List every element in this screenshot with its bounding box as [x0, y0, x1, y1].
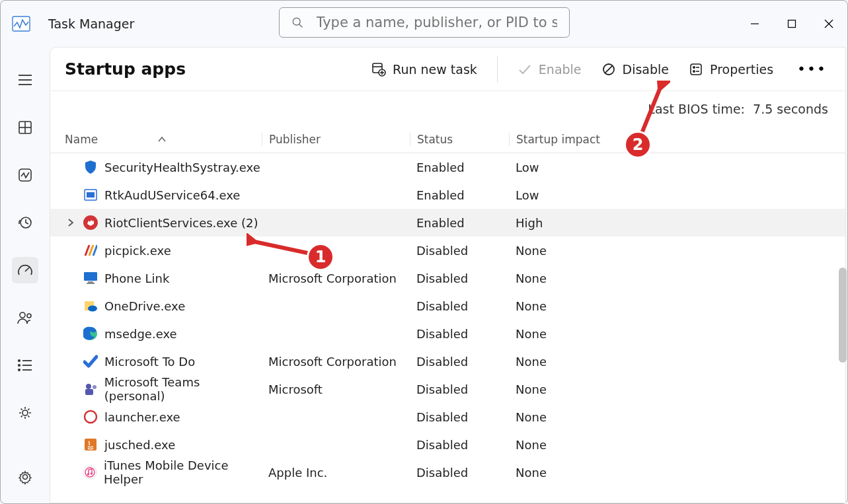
row-status: Disabled: [410, 355, 509, 369]
svg-point-22: [19, 369, 20, 371]
col-publisher[interactable]: Publisher: [262, 133, 410, 146]
properties-button[interactable]: Properties: [689, 62, 773, 77]
table-row[interactable]: jusched.exe Disabled None: [50, 431, 845, 458]
table-row[interactable]: msedge.exe Disabled None: [50, 320, 845, 347]
enable-button: Enable: [518, 62, 582, 77]
svg-point-34: [693, 66, 695, 67]
hamburger-icon[interactable]: [12, 67, 38, 93]
row-name: Microsoft To Do: [104, 355, 195, 369]
close-button[interactable]: [810, 7, 847, 40]
title-bar: Task Manager: [1, 1, 847, 47]
row-impact: None: [509, 382, 607, 396]
table-row[interactable]: RiotClientServices.exe (2) Enabled High: [50, 209, 845, 236]
row-name: RiotClientServices.exe (2): [104, 216, 258, 230]
svg-point-45: [88, 306, 97, 312]
row-app-icon: [83, 437, 98, 452]
row-status: Disabled: [410, 271, 509, 285]
disable-label: Disable: [623, 62, 669, 77]
row-status: Enabled: [410, 216, 509, 230]
chevron-right-icon: [65, 218, 77, 227]
body: Startup apps Run new task Enable Disable: [1, 47, 847, 503]
svg-line-15: [25, 268, 29, 271]
search-icon: [291, 16, 303, 29]
window-buttons: [736, 7, 847, 40]
search-box[interactable]: [279, 7, 570, 38]
svg-point-1: [293, 18, 300, 25]
table-row[interactable]: picpick.exe Disabled None: [50, 236, 845, 264]
table-row[interactable]: Microsoft To Do Microsoft Corporation Di…: [50, 347, 845, 375]
svg-point-25: [23, 475, 28, 480]
svg-point-54: [87, 473, 90, 476]
row-impact: None: [509, 355, 607, 369]
table-header: Name Publisher Status Startup impact: [50, 126, 845, 153]
settings-icon[interactable]: [12, 464, 38, 490]
svg-point-36: [693, 70, 695, 71]
row-status: Disabled: [410, 244, 509, 258]
svg-point-20: [19, 365, 20, 366]
row-status: Disabled: [410, 327, 509, 341]
disable-icon: [601, 62, 616, 77]
row-name: Microsoft Teams (personal): [104, 375, 262, 403]
table-row[interactable]: iTunes Mobile Device Helper Apple Inc. D…: [50, 458, 845, 486]
app-icon: [10, 14, 32, 34]
table-row[interactable]: Microsoft Teams (personal) Microsoft Dis…: [50, 375, 845, 403]
svg-rect-41: [84, 272, 97, 281]
svg-point-17: [27, 314, 31, 318]
properties-icon: [689, 62, 703, 77]
col-impact[interactable]: Startup impact: [509, 133, 607, 146]
row-status: Disabled: [410, 410, 509, 424]
svg-line-32: [605, 65, 612, 73]
nav-performance[interactable]: [12, 162, 38, 188]
search-input[interactable]: [317, 15, 557, 30]
row-impact: None: [509, 438, 607, 452]
svg-point-16: [20, 312, 25, 318]
col-name-label: Name: [65, 133, 98, 146]
minimize-button[interactable]: [736, 7, 773, 40]
table-row[interactable]: RtkAudUService64.exe Enabled Low: [50, 181, 845, 209]
table-row[interactable]: SecurityHealthSystray.exe Enabled Low: [50, 153, 845, 181]
svg-line-57: [641, 86, 661, 135]
svg-point-18: [19, 360, 20, 361]
svg-rect-49: [85, 389, 93, 395]
nav-services[interactable]: [12, 400, 38, 426]
row-app-icon: [83, 382, 98, 396]
table-row[interactable]: Phone Link Microsoft Corporation Disable…: [50, 264, 845, 292]
row-status: Disabled: [410, 299, 509, 313]
nav-users[interactable]: [12, 305, 38, 331]
run-new-task-label: Run new task: [393, 62, 477, 77]
row-name: iTunes Mobile Device Helper: [104, 458, 262, 486]
table-row[interactable]: launcher.exe Disabled None: [50, 403, 845, 431]
nav-startup-apps[interactable]: [12, 257, 38, 283]
svg-point-24: [22, 410, 28, 415]
row-app-icon: [83, 188, 98, 202]
row-app-icon: [83, 160, 98, 174]
disable-button[interactable]: Disable: [601, 62, 669, 77]
bios-value: 7.5 seconds: [753, 102, 828, 116]
check-icon: [518, 63, 532, 75]
table-body: SecurityHealthSystray.exe Enabled Low Rt…: [50, 153, 845, 503]
svg-rect-42: [88, 281, 93, 283]
row-name: RtkAudUService64.exe: [104, 188, 240, 202]
nav-processes[interactable]: [12, 114, 38, 141]
row-impact: Low: [509, 188, 607, 202]
maximize-button[interactable]: [773, 7, 810, 40]
col-status[interactable]: Status: [410, 133, 509, 146]
row-status: Disabled: [410, 466, 509, 480]
sort-asc-icon: [157, 136, 167, 143]
row-publisher: Microsoft Corporation: [262, 271, 410, 285]
separator: [497, 56, 498, 83]
row-publisher: Microsoft Corporation: [262, 355, 410, 369]
row-app-icon: [83, 410, 98, 424]
scrollbar-thumb[interactable]: [839, 268, 847, 363]
more-button[interactable]: •••: [793, 58, 831, 80]
table-row[interactable]: OneDrive.exe Disabled None: [50, 292, 845, 320]
toolbar-actions: Run new task Enable Disable Properties: [371, 56, 831, 83]
page-title: Startup apps: [65, 59, 186, 79]
run-new-task-button[interactable]: Run new task: [371, 62, 477, 77]
col-name[interactable]: Name: [50, 133, 262, 146]
row-app-icon: [83, 299, 98, 313]
nav-app-history[interactable]: [12, 209, 38, 236]
row-app-icon: [83, 354, 98, 369]
sidebar: [1, 47, 50, 503]
nav-details[interactable]: [12, 352, 38, 378]
